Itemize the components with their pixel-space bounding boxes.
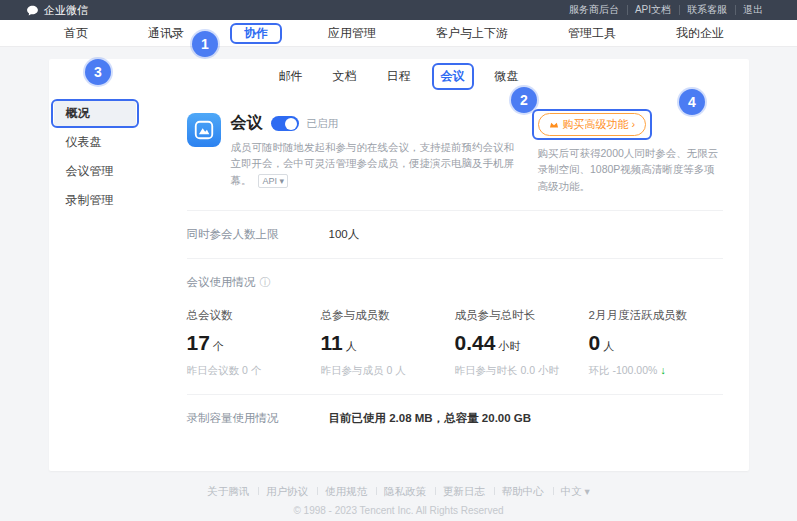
stat-total-meetings: 总会议数 17个 昨日会议数 0 个 — [187, 308, 321, 378]
brand[interactable]: 企业微信 — [26, 3, 88, 18]
tab-label: 会议 — [441, 69, 465, 83]
divider — [187, 258, 723, 259]
footer-link-agreement[interactable]: 用户协议 — [259, 485, 315, 497]
tab-meeting[interactable]: 会议 — [441, 68, 465, 85]
tab-calendar[interactable]: 日程 — [387, 68, 411, 85]
stat-value: 11人 — [321, 331, 455, 355]
wecom-logo-icon — [26, 4, 39, 17]
sidebar-item-recording-management[interactable]: 录制管理 — [54, 188, 136, 213]
stat-sub: 昨日参与成员 0 人 — [321, 364, 455, 378]
stat-label: 成员参与总时长 — [455, 308, 589, 323]
screen: 企业微信 服务商后台 API文档 联系客服 退出 首页 通讯录 协作 应用管理 … — [0, 0, 797, 521]
stat-number: 0 — [589, 331, 601, 354]
sidebar-item-meeting-management[interactable]: 会议管理 — [54, 159, 136, 184]
tab-label: 文档 — [333, 69, 357, 83]
nav-label: 管理工具 — [568, 26, 616, 40]
sidebar-item-label: 会议管理 — [66, 164, 114, 178]
footer-link-about[interactable]: 关于腾讯 — [200, 485, 256, 497]
nav-item-collaboration[interactable]: 协作 — [214, 20, 298, 47]
buy-premium-description: 购买后可获得2000人同时参会、无限云录制空间、1080P视频高清晰度等多项高级… — [538, 145, 723, 194]
content-card: 邮件 文档 日程 会议 微盘 概况 仪表盘 会议管理 — [49, 59, 749, 471]
stat-total-duration: 成员参与总时长 0.44小时 昨日参与时长 0.0 小时 — [455, 308, 589, 378]
nav-label: 我的企业 — [676, 26, 724, 40]
top-link-provider-console[interactable]: 服务商后台 — [561, 3, 627, 17]
footer-link-help-center[interactable]: 帮助中心 — [495, 485, 551, 497]
stat-label: 总会议数 — [187, 308, 321, 323]
participant-limit-row: 同时参会人数上限 100人 — [187, 227, 723, 242]
annotation-box-3 — [51, 99, 139, 128]
topbar-links: 服务商后台 API文档 联系客服 退出 — [561, 3, 771, 17]
footer-link-changelog[interactable]: 更新日志 — [436, 485, 492, 497]
stat-sub: 昨日会议数 0 个 — [187, 364, 321, 378]
sidebar-item-label: 概况 — [66, 106, 90, 120]
buy-premium-button[interactable]: 购买高级功能 › — [538, 113, 647, 136]
nav-label: 应用管理 — [328, 26, 376, 40]
stat-unit: 小时 — [498, 340, 520, 352]
usage-section-header: 会议使用情况 ⓘ — [187, 275, 723, 290]
nav-item-admin-tools[interactable]: 管理工具 — [538, 20, 646, 47]
annotation-circle-2: 2 — [511, 87, 537, 113]
api-dropdown-tag[interactable]: API ▾ — [258, 174, 288, 188]
top-link-logout[interactable]: 退出 — [735, 3, 771, 17]
annotation-circle-3: 3 — [85, 59, 111, 85]
meeting-enabled-toggle[interactable] — [271, 116, 299, 131]
toggle-knob — [285, 118, 297, 130]
annotation-circle-1: 1 — [192, 31, 218, 57]
stat-total-participants: 总参与成员数 11人 昨日参与成员 0 人 — [321, 308, 455, 378]
nav-item-customers[interactable]: 客户与上下游 — [406, 20, 538, 47]
sidebar: 概况 仪表盘 会议管理 录制管理 — [49, 93, 141, 471]
nav-item-app-management[interactable]: 应用管理 — [298, 20, 406, 47]
nav-item-home[interactable]: 首页 — [34, 20, 118, 47]
top-link-api-docs[interactable]: API文档 — [627, 3, 679, 17]
tab-mail[interactable]: 邮件 — [279, 68, 303, 85]
topbar: 企业微信 服务商后台 API文档 联系客服 退出 — [0, 0, 797, 20]
recording-capacity-value: 目前已使用 2.08 MB，总容量 20.00 GB — [329, 411, 532, 426]
stat-number: 17 — [187, 331, 210, 354]
sidebar-item-overview[interactable]: 概况 — [54, 101, 136, 126]
recording-capacity-label: 录制容量使用情况 — [187, 411, 329, 426]
trend-down-arrow: ↓ — [660, 364, 665, 376]
stat-unit: 人 — [346, 340, 357, 352]
footer-link-privacy[interactable]: 隐私政策 — [377, 485, 433, 497]
footer-language-selector[interactable]: 中文 ▾ — [554, 485, 597, 497]
tab-docs[interactable]: 文档 — [333, 68, 357, 85]
nav-label: 客户与上下游 — [436, 26, 508, 40]
stat-value: 0人 — [589, 331, 723, 355]
tab-label: 邮件 — [279, 69, 303, 83]
stat-sub: 昨日参与时长 0.0 小时 — [455, 364, 589, 378]
footer-links: 关于腾讯 用户协议 使用规范 隐私政策 更新日志 帮助中心 中文 ▾ — [0, 485, 797, 499]
stat-label: 2月月度活跃成员数 — [589, 308, 723, 323]
copyright: © 1998 - 2023 Tencent Inc. All Rights Re… — [0, 505, 797, 516]
participant-limit-label: 同时参会人数上限 — [187, 227, 329, 242]
meeting-title-row: 会议 已启用 — [231, 113, 517, 134]
upgrade-icon — [549, 120, 559, 130]
footer-link-usage-rules[interactable]: 使用规范 — [318, 485, 374, 497]
meeting-header: 会议 已启用 成员可随时随地发起和参与的在线会议，支持提前预约会议和立即开会，会… — [187, 113, 723, 194]
top-link-contact-support[interactable]: 联系客服 — [679, 3, 735, 17]
recording-capacity-row: 录制容量使用情况 目前已使用 2.08 MB，总容量 20.00 GB — [187, 411, 723, 426]
stat-value: 0.44小时 — [455, 331, 589, 355]
divider — [187, 394, 723, 395]
tab-label: 日程 — [387, 69, 411, 83]
stat-unit: 人 — [603, 340, 614, 352]
brand-name: 企业微信 — [44, 3, 88, 18]
nav-label: 通讯录 — [148, 26, 184, 40]
meeting-description: 成员可随时随地发起和参与的在线会议，支持提前预约会议和立即开会，会中可灵活管理参… — [231, 139, 517, 188]
meeting-header-right: 购买高级功能 › 购买后可获得2000人同时参会、无限云录制空间、1080P视频… — [538, 113, 723, 194]
meeting-app-icon — [187, 113, 221, 147]
page-body: 邮件 文档 日程 会议 微盘 概况 仪表盘 会议管理 — [0, 59, 797, 521]
annotation-circle-4: 4 — [679, 89, 705, 115]
sidebar-item-dashboard[interactable]: 仪表盘 — [54, 130, 136, 155]
meeting-title: 会议 — [231, 113, 263, 134]
tab-drive[interactable]: 微盘 — [495, 68, 519, 85]
sidebar-item-label: 录制管理 — [66, 193, 114, 207]
nav-item-my-company[interactable]: 我的企业 — [646, 20, 754, 47]
nav-label: 协作 — [244, 26, 268, 40]
stat-number: 11 — [321, 331, 343, 354]
usage-stats: 总会议数 17个 昨日会议数 0 个 总参与成员数 11人 昨日参与成员 0 人… — [187, 308, 723, 378]
footer: 关于腾讯 用户协议 使用规范 隐私政策 更新日志 帮助中心 中文 ▾ © 199… — [0, 485, 797, 516]
usage-section-title: 会议使用情况 — [187, 275, 256, 290]
main-panel: 会议 已启用 成员可随时随地发起和参与的在线会议，支持提前预约会议和立即开会，会… — [141, 93, 749, 471]
sidebar-item-label: 仪表盘 — [66, 135, 102, 149]
info-icon[interactable]: ⓘ — [260, 275, 271, 290]
